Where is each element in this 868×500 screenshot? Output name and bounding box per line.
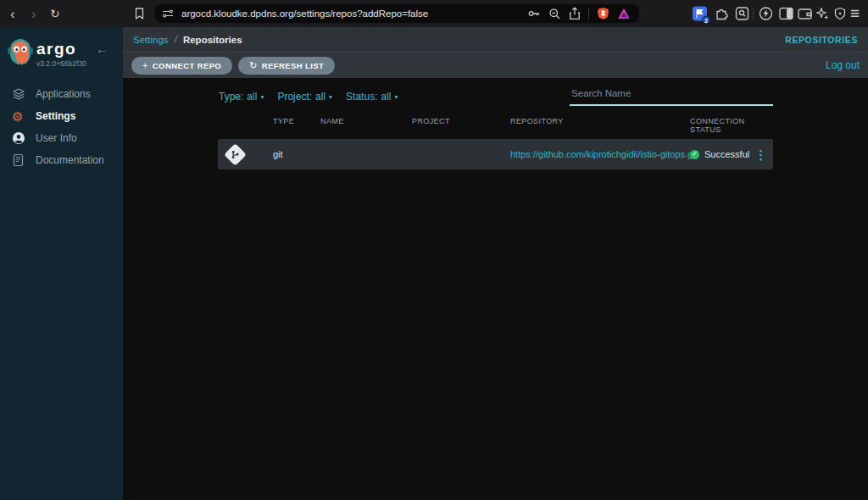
logout-link[interactable]: Log out [826,59,860,71]
menu-icon[interactable]: ≡ [850,4,860,23]
url-bar[interactable]: argocd.kloudke.dpdns.org/settings/repos?… [155,4,639,23]
search-tab-icon[interactable] [735,7,749,21]
sidebar: argo ← v3.2.0+66b2f30 Applications ⚙ Set… [0,27,123,500]
sparkles-icon[interactable] [815,7,829,20]
sidebar-item-applications[interactable]: Applications [0,83,123,105]
git-repo-icon [224,143,247,166]
col-connection-status: CONNECTION STATUS [690,117,773,134]
site-permissions-icon[interactable] [162,8,174,19]
forward-icon[interactable]: › [31,7,36,21]
breadcrumb-current: Repositories [183,35,242,45]
argo-logo-text: argo [36,40,76,58]
breadcrumb-bar: Settings / Repositories REPOSITORIES [123,27,868,53]
key-icon[interactable] [527,7,541,20]
repo-type: git [273,149,320,159]
sidebar-item-settings[interactable]: ⚙ Settings [0,105,123,127]
share-icon[interactable] [569,7,581,20]
table-row[interactable]: git https://github.com/kiprotichgidii/is… [218,139,773,169]
sidebar-item-label: Settings [36,110,75,122]
search-input[interactable] [570,85,773,106]
sidebar-item-user-info[interactable]: User Info [0,127,123,149]
col-repository: REPOSITORY [510,117,690,134]
extension-badge: 2 [702,16,710,25]
breadcrumb-separator: / [175,34,177,46]
browser-toolbar: ‹ › ↻ argocd.kloudke.dpdns.org/settings/… [0,0,868,27]
wallet-icon[interactable] [798,8,812,19]
plus-icon: + [142,60,148,70]
leo-ai-icon[interactable] [759,7,773,21]
refresh-list-button[interactable]: ↻ REFRESH LIST [238,57,335,75]
filter-type[interactable]: Type:all ▾ [219,91,264,103]
brave-rewards-icon[interactable] [617,8,631,19]
reload-icon[interactable]: ↻ [50,8,60,19]
back-icon[interactable]: ‹ [10,7,15,21]
action-toolbar: + CONNECT REPO ↻ REFRESH LIST Log out [123,53,868,78]
page-label: REPOSITORIES [785,35,858,45]
brave-shield-icon[interactable] [597,7,609,20]
filter-project[interactable]: Project:all ▾ [277,91,332,103]
docs-icon [12,153,27,167]
sidebar-item-documentation[interactable]: Documentation [0,149,123,171]
sidebar-item-label: Documentation [36,154,104,166]
connect-repo-button[interactable]: + CONNECT REPO [131,57,232,75]
refresh-icon: ↻ [249,60,258,71]
content-area: Type:all ▾ Project:all ▾ Status:all ▾ [123,78,868,500]
password-manager-icon[interactable]: 2 [693,7,707,21]
success-check-icon: ✓ [690,150,699,159]
table-header: TYPE NAME PROJECT REPOSITORY CONNECTION … [218,117,773,134]
extensions-puzzle-icon[interactable] [715,7,729,21]
connection-status-label: Successful [704,149,749,159]
sidebar-nav: Applications ⚙ Settings User Info Docume… [0,83,123,171]
repo-url-link[interactable]: https://github.com/kiprotichgidii/istio-… [510,149,690,159]
chevron-down-icon: ▾ [260,93,264,101]
argo-logo [7,38,34,67]
user-icon [12,131,27,145]
col-type: TYPE [273,117,320,134]
zoom-out-icon[interactable] [548,8,561,20]
bookmark-icon[interactable] [134,8,145,20]
repositories-table: TYPE NAME PROJECT REPOSITORY CONNECTION … [218,117,773,169]
col-project: PROJECT [412,117,510,134]
chevron-down-icon: ▾ [329,93,332,101]
sidebar-collapse-icon[interactable]: ← [96,42,108,56]
url-text[interactable]: argocd.kloudke.dpdns.org/settings/repos?… [181,8,428,19]
divider [753,8,754,19]
gear-icon: ⚙ [12,110,27,123]
row-menu-icon[interactable]: ⋮ [754,148,767,161]
col-name: NAME [320,117,412,134]
filter-bar: Type:all ▾ Project:all ▾ Status:all ▾ [219,91,398,103]
divider [588,8,589,19]
version-label: v3.2.0+66b2f30 [36,59,86,68]
breadcrumb-settings-link[interactable]: Settings [133,35,169,45]
chevron-down-icon: ▾ [394,93,398,101]
layers-icon [12,87,27,101]
sidebar-toggle-icon[interactable] [779,8,793,20]
sidebar-item-label: User Info [36,132,77,144]
sidebar-item-label: Applications [36,88,91,100]
filter-status[interactable]: Status:all ▾ [346,91,398,103]
vpn-shield-icon[interactable] [833,7,847,20]
